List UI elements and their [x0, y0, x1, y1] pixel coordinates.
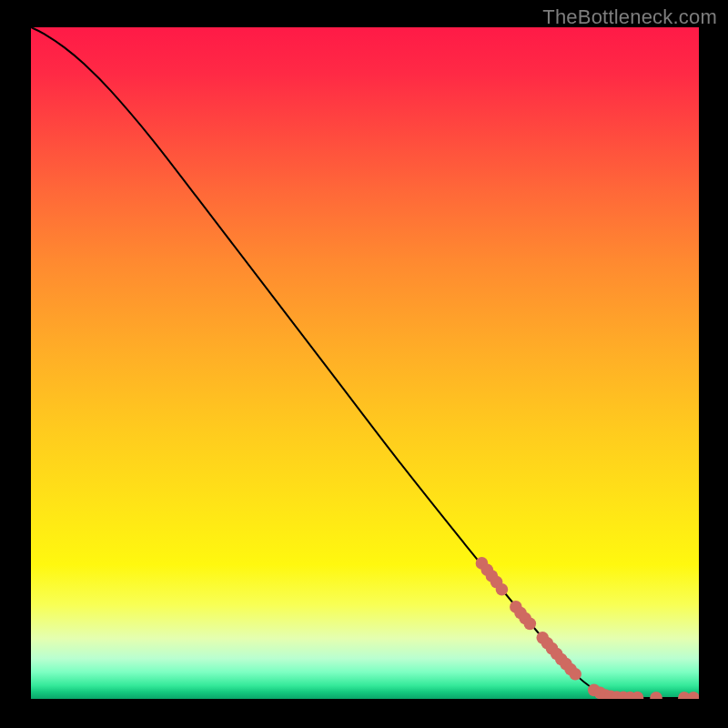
data-point: [650, 692, 662, 699]
chart-stage: TheBottleneck.com: [0, 0, 728, 728]
data-point: [496, 583, 509, 596]
data-point: [569, 668, 581, 681]
chart-svg: [31, 27, 699, 699]
plot-area: [31, 27, 699, 699]
data-point: [687, 692, 699, 699]
watermark-text: TheBottleneck.com: [542, 5, 717, 29]
scatter-dots: [476, 557, 699, 699]
curve-line: [31, 27, 699, 698]
data-point: [523, 618, 536, 631]
